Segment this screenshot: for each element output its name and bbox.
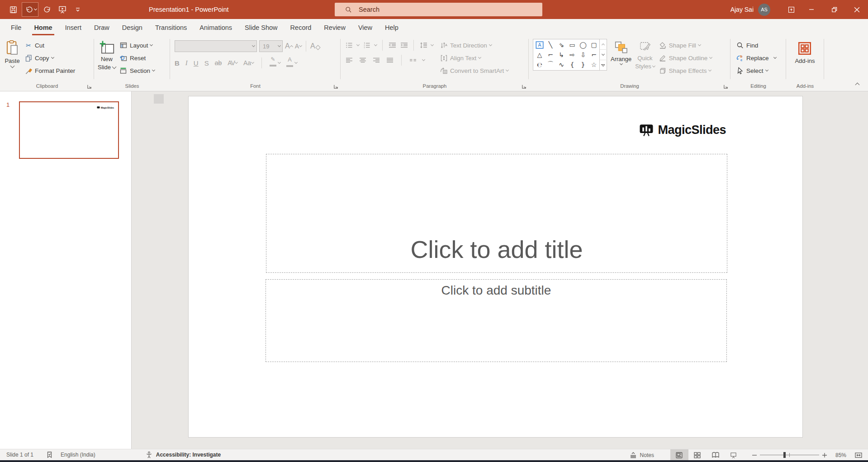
shape-effects-dropdown-icon[interactable]: [708, 68, 711, 71]
shape-rounded-rectangle[interactable]: ▢: [591, 41, 597, 48]
align-left-icon[interactable]: [345, 56, 353, 64]
shape-curve[interactable]: ∿: [559, 61, 564, 68]
accessibility-status[interactable]: Accessibility: Investigate: [156, 452, 221, 458]
shape-star[interactable]: ☆: [591, 61, 597, 68]
change-case-button[interactable]: Aa: [243, 57, 254, 69]
text-direction-dropdown-icon[interactable]: [489, 43, 492, 46]
shape-textbox[interactable]: A: [536, 42, 543, 48]
language-status[interactable]: English (India): [61, 452, 95, 458]
minimize-button[interactable]: [800, 0, 823, 19]
shape-line[interactable]: ╲: [549, 41, 552, 48]
proofing-icon[interactable]: [45, 451, 53, 459]
view-slideshow-button[interactable]: [725, 449, 743, 461]
shape-elbow-arrow[interactable]: ↳: [559, 51, 564, 58]
align-center-icon[interactable]: [359, 56, 367, 64]
user-name[interactable]: Ajay Sai: [730, 6, 754, 13]
fit-slide-to-window-icon[interactable]: [851, 449, 866, 461]
search-input[interactable]: [359, 6, 508, 13]
align-right-icon[interactable]: [372, 56, 380, 64]
shapes-scroll-down-icon[interactable]: [600, 49, 606, 60]
columns-icon[interactable]: [409, 56, 417, 64]
shape-rectangle[interactable]: ▭: [569, 41, 575, 48]
shape-arrow[interactable]: ⇘: [559, 41, 564, 48]
convert-smartart-button[interactable]: Convert to SmartArt: [440, 64, 508, 77]
select-dropdown-icon[interactable]: [765, 68, 768, 71]
italic-button[interactable]: I: [185, 59, 188, 67]
copy-button[interactable]: Copy: [24, 52, 75, 64]
convert-smartart-dropdown-icon[interactable]: [506, 68, 509, 71]
shape-down-arrow[interactable]: ⇩: [580, 51, 586, 58]
shape-outline-dropdown-icon[interactable]: [709, 56, 712, 59]
tab-record[interactable]: Record: [284, 19, 318, 36]
tab-file[interactable]: File: [5, 19, 28, 36]
layout-dropdown-icon[interactable]: [150, 43, 153, 46]
quick-styles-button[interactable]: Quick Styles: [635, 38, 655, 79]
slide-thumbnail[interactable]: MagicSlides: [19, 101, 119, 159]
clear-formatting-button[interactable]: A: [310, 40, 320, 52]
clipboard-dialog-launcher-icon[interactable]: [87, 84, 92, 89]
avatar[interactable]: AS: [758, 4, 770, 16]
numbering-icon[interactable]: [363, 41, 371, 49]
font-color-button[interactable]: A: [286, 57, 293, 69]
save-icon[interactable]: [6, 3, 20, 16]
grow-font-button[interactable]: A: [285, 40, 293, 52]
addins-button[interactable]: Add-ins: [795, 38, 815, 79]
tab-review[interactable]: Review: [318, 19, 352, 36]
select-button[interactable]: Select: [736, 64, 786, 77]
shapes-scroll-up-icon[interactable]: [600, 39, 606, 49]
shape-elbow-connector[interactable]: ⌐: [548, 51, 553, 58]
cut-button[interactable]: ✂ Cut: [24, 39, 75, 52]
section-button[interactable]: Section: [119, 64, 155, 77]
notes-button[interactable]: Notes: [629, 451, 654, 459]
line-spacing-icon[interactable]: [419, 41, 427, 49]
tab-help[interactable]: Help: [379, 19, 405, 36]
view-slide-sorter-button[interactable]: [688, 449, 707, 461]
close-button[interactable]: [845, 0, 868, 19]
undo-dropdown-icon[interactable]: [34, 7, 37, 10]
arrange-button[interactable]: Arrange: [611, 38, 631, 79]
arrange-dropdown-icon[interactable]: [620, 62, 623, 65]
paste-button[interactable]: Paste: [5, 38, 20, 79]
reset-button[interactable]: Reset: [119, 52, 155, 64]
search-box[interactable]: [335, 3, 542, 16]
find-button[interactable]: Find: [736, 39, 786, 52]
paste-dropdown-icon[interactable]: [10, 64, 14, 68]
tab-transitions[interactable]: Transitions: [149, 19, 193, 36]
new-slide-dropdown-icon[interactable]: [112, 64, 116, 69]
character-spacing-button[interactable]: AV: [228, 57, 237, 69]
tab-draw[interactable]: Draw: [88, 19, 116, 36]
slide-counter[interactable]: Slide 1 of 1: [6, 452, 33, 458]
align-text-dropdown-icon[interactable]: [478, 56, 481, 59]
underline-button[interactable]: U: [194, 59, 199, 67]
zoom-level[interactable]: 85%: [835, 452, 846, 458]
font-name-combo[interactable]: [175, 40, 257, 52]
bullets-dropdown-icon[interactable]: [356, 43, 360, 46]
shape-right-brace[interactable]: }: [581, 61, 585, 68]
replace-button[interactable]: bc Replace: [736, 52, 786, 64]
align-text-button[interactable]: Align Text: [440, 52, 508, 64]
shape-scribble[interactable]: ℮: [537, 61, 542, 68]
justify-icon[interactable]: [386, 56, 394, 64]
ribbon-display-options-icon[interactable]: [782, 0, 800, 19]
highlight-dropdown-icon[interactable]: [278, 61, 281, 64]
tab-design[interactable]: Design: [116, 19, 149, 36]
tab-animations[interactable]: Animations: [193, 19, 238, 36]
view-reading-button[interactable]: [707, 449, 725, 461]
tab-insert[interactable]: Insert: [59, 19, 88, 36]
line-spacing-dropdown-icon[interactable]: [431, 43, 434, 46]
shape-right-arrow[interactable]: ⇨: [569, 51, 575, 58]
zoom-slider[interactable]: [760, 449, 819, 461]
decrease-indent-icon[interactable]: [388, 41, 396, 49]
section-dropdown-icon[interactable]: [152, 68, 155, 71]
title-placeholder[interactable]: Click to add title: [266, 154, 727, 273]
zoom-slider-handle[interactable]: [783, 452, 786, 458]
shadow-button[interactable]: S: [204, 59, 209, 67]
zoom-out-button[interactable]: [749, 449, 760, 461]
shapes-more-icon[interactable]: [600, 60, 606, 70]
bullets-icon[interactable]: [345, 41, 353, 49]
shape-fill-dropdown-icon[interactable]: [698, 43, 701, 46]
slide-thumbnail-panel[interactable]: 1 MagicSlides: [0, 91, 132, 449]
font-dialog-launcher-icon[interactable]: [333, 84, 338, 89]
undo-button[interactable]: [22, 2, 38, 17]
view-normal-button[interactable]: [670, 449, 688, 461]
